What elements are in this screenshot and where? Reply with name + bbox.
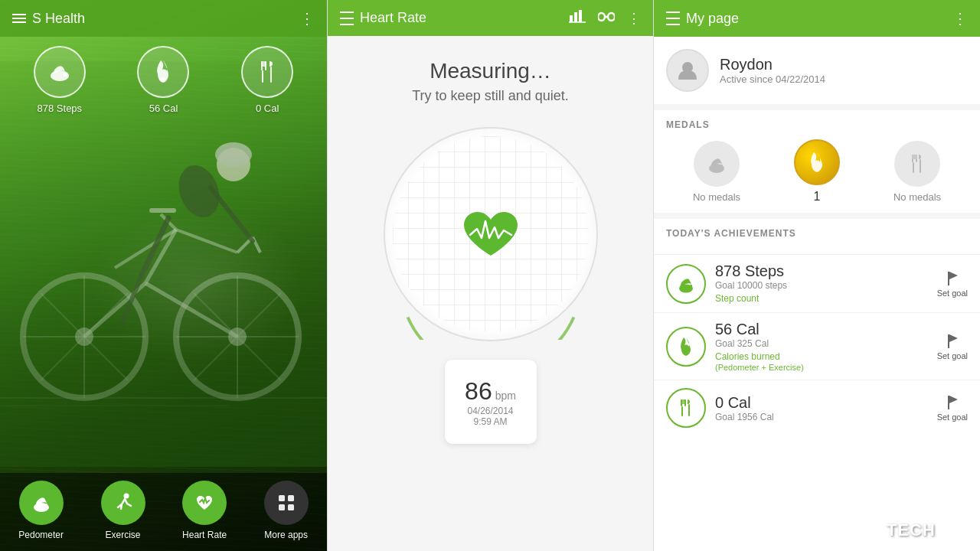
heart-circle — [384, 127, 598, 341]
nav-exercise[interactable]: Exercise — [101, 481, 145, 540]
achievement-calories-value: 56 Cal — [715, 321, 937, 338]
medal-food: No medals — [893, 141, 941, 203]
mypage-menu-dots[interactable]: ⋮ — [952, 9, 968, 28]
svg-rect-46 — [579, 10, 582, 22]
achievement-steps-info: 878 Steps Goal 10000 steps Step count — [715, 262, 937, 305]
svg-rect-42 — [279, 504, 285, 510]
svg-rect-48 — [598, 13, 605, 21]
achievement-food-icon — [666, 388, 706, 428]
svg-line-26 — [253, 237, 260, 253]
achievement-flame-icon — [678, 337, 694, 357]
measuring-subtitle: Try to keep still and quiet. — [412, 88, 568, 104]
svg-rect-66 — [948, 334, 949, 348]
achievement-steps: 878 Steps Goal 10000 steps Step count Se… — [654, 254, 980, 312]
nav-run-icon — [113, 492, 134, 514]
set-goal-calories-label: Set goal — [937, 351, 968, 360]
svg-rect-44 — [570, 15, 573, 22]
svg-rect-71 — [688, 404, 690, 416]
svg-line-27 — [161, 214, 176, 230]
medals-row: No medals 1 — [666, 139, 968, 204]
nav-grid-icon — [276, 492, 297, 514]
achievement-steps-value: 878 Steps — [715, 262, 937, 280]
achievements-section: TODAY'S ACHIEVEMENTS 878 Steps Goal 1000… — [654, 219, 980, 551]
set-goal-food[interactable]: Set goal — [937, 394, 968, 422]
svg-rect-43 — [288, 504, 294, 510]
achievements-header: TODAY'S ACHIEVEMENTS — [654, 219, 980, 254]
medal-flame-icon — [806, 151, 828, 174]
achievement-steps-link[interactable]: Step count — [715, 293, 759, 304]
nav-heartrate-circle — [182, 481, 227, 525]
svg-rect-62 — [920, 159, 921, 173]
svg-line-14 — [41, 293, 128, 380]
stat-cal-circle — [137, 46, 189, 98]
profile-since: Active since 04/22/2014 — [720, 73, 825, 85]
link-icon[interactable] — [598, 10, 615, 26]
achievement-calories-link[interactable]: Calories burned — [715, 351, 780, 362]
svg-rect-41 — [288, 495, 294, 501]
chain-link-icon — [598, 11, 615, 22]
svg-rect-69 — [681, 399, 686, 404]
chart-icon[interactable] — [569, 9, 586, 27]
svg-rect-28 — [149, 208, 176, 213]
set-goal-steps-label: Set goal — [937, 289, 968, 298]
achievement-calories-link-sub: (Pedometer + Exercise) — [715, 363, 937, 372]
heartrate-content: Measuring… Try to keep still and quiet. … — [328, 36, 653, 551]
heartrate-hamburger-icon[interactable] — [340, 10, 354, 26]
stat-steps[interactable]: 878 Steps — [34, 46, 86, 114]
bpm-card: 86 bpm 04/26/2014 9:59 AM — [445, 360, 537, 444]
hamburger-icon[interactable] — [12, 14, 26, 23]
set-goal-steps[interactable]: Set goal — [937, 270, 968, 298]
nav-heart-icon — [194, 492, 215, 514]
flag-icon — [946, 270, 959, 287]
set-goal-calories[interactable]: Set goal — [937, 333, 968, 360]
achievements-title: TODAY'S ACHIEVEMENTS — [666, 228, 968, 239]
stat-calories-burned[interactable]: 56 Cal — [137, 46, 189, 114]
achievement-steps-goal: Goal 10000 steps — [715, 280, 937, 291]
medal-steps-count: No medals — [693, 191, 740, 203]
svg-rect-6 — [262, 70, 263, 83]
medal-steps: No medals — [693, 141, 740, 203]
nav-moreapps-label: More apps — [264, 530, 308, 540]
nav-exercise-circle — [101, 481, 145, 525]
profile-section: Roydon Active since 04/22/2014 — [654, 37, 980, 104]
svg-line-21 — [84, 283, 145, 337]
fork-knife-icon — [256, 59, 279, 85]
nav-exercise-label: Exercise — [106, 530, 141, 540]
svg-point-29 — [172, 160, 227, 223]
svg-rect-61 — [913, 162, 914, 173]
nav-pedometer[interactable]: Pedometer — [18, 481, 64, 540]
mypage-header: My page ⋮ — [654, 0, 980, 37]
svg-line-15 — [41, 293, 128, 380]
stat-cal-label: 56 Cal — [149, 103, 178, 114]
cyclist-image — [0, 61, 327, 467]
svg-line-24 — [115, 230, 176, 268]
svg-point-8 — [23, 276, 145, 398]
stat-food-label: 0 Cal — [256, 103, 279, 114]
header-left: S Health — [12, 11, 85, 27]
medals-title: MEDALS — [666, 119, 968, 130]
medal-calories: 1 — [794, 139, 840, 204]
nav-heartrate[interactable]: Heart Rate — [182, 481, 227, 540]
svg-line-33 — [142, 218, 168, 276]
stat-food[interactable]: 0 Cal — [241, 46, 293, 114]
achievement-food-info: 0 Cal Goal 1956 Cal — [715, 394, 937, 422]
svg-line-22 — [145, 230, 176, 283]
svg-line-20 — [145, 283, 237, 337]
nav-moreapps[interactable]: More apps — [264, 481, 309, 540]
flag-calories-icon — [946, 333, 959, 350]
shealth-menu-dots[interactable]: ⋮ — [299, 9, 315, 28]
heartrate-menu-dots[interactable]: ⋮ — [627, 10, 641, 27]
svg-line-32 — [211, 187, 253, 241]
achievement-calories-icon — [666, 327, 706, 367]
achievement-steps-icon — [666, 264, 706, 304]
svg-point-2 — [160, 77, 166, 82]
svg-rect-65 — [948, 272, 949, 285]
medal-calories-count: 1 — [814, 190, 821, 204]
panel-mypage: My page ⋮ Roydon Active since 04/22/2014… — [654, 0, 980, 551]
achievement-food: 0 Cal Goal 1956 Cal Set goal — [654, 380, 980, 435]
svg-rect-49 — [608, 13, 615, 21]
mypage-hamburger-icon[interactable] — [666, 11, 680, 27]
stat-food-circle — [241, 46, 293, 98]
nav-shoe-icon — [31, 492, 52, 514]
heartrate-header: Heart Rate ⋮ — [328, 0, 653, 36]
